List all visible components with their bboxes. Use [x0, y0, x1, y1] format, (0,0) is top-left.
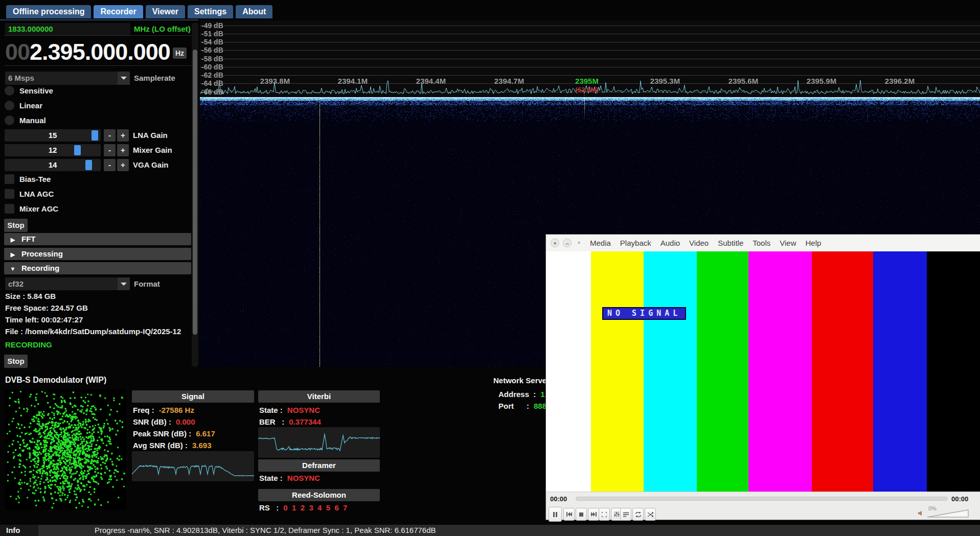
close-icon[interactable]: ×: [551, 239, 559, 247]
slider-handle[interactable]: [85, 160, 92, 170]
mixer-gain-plus-button[interactable]: +: [117, 144, 129, 156]
volume-slider[interactable]: [926, 509, 969, 518]
radio-icon[interactable]: [5, 101, 14, 110]
slider-value: 14: [49, 160, 57, 169]
vga-gain-slider[interactable]: 14: [5, 159, 101, 171]
signal-peak-snr-row: Peak SNR (dB) :6.617: [133, 429, 215, 438]
minimize-icon[interactable]: –: [563, 239, 572, 247]
menu-help[interactable]: Help: [801, 235, 826, 251]
menu-view[interactable]: View: [775, 235, 801, 251]
menu-subtitle[interactable]: Subtitle: [713, 235, 748, 251]
loop-button[interactable]: [632, 508, 644, 521]
frequency-display[interactable]: 002.395.000.000: [5, 39, 170, 63]
vga-gain-minus-button[interactable]: -: [104, 159, 116, 171]
gain-mode-linear[interactable]: Linear: [5, 101, 42, 112]
network-port-row: Port :8888: [498, 402, 551, 410]
slider-handle[interactable]: [92, 130, 98, 141]
chevron-down-icon[interactable]: [118, 72, 130, 85]
db-axis-label: -64 dB: [201, 79, 223, 87]
loop-icon: [635, 512, 641, 517]
menu-tools[interactable]: Tools: [748, 235, 775, 251]
db-axis-label: -60 dB: [201, 63, 223, 71]
freq-axis-label: 2395.6M: [720, 77, 766, 85]
checkbox-icon[interactable]: [5, 204, 14, 214]
radio-icon[interactable]: [5, 115, 14, 125]
recording-stop-button[interactable]: Stop: [4, 355, 28, 368]
display-group: [599, 508, 622, 521]
menu-video[interactable]: Video: [685, 235, 713, 251]
section-label: Processing: [21, 249, 63, 258]
lna-gain-slider[interactable]: 15: [5, 129, 101, 142]
previous-button[interactable]: [563, 508, 575, 521]
ber-history-chart: [258, 427, 380, 458]
section-label: Recording: [21, 264, 59, 272]
fullscreen-button[interactable]: [599, 508, 610, 521]
menu-audio[interactable]: Audio: [656, 235, 685, 251]
checkbox-icon[interactable]: [5, 174, 14, 184]
menu-media[interactable]: Media: [585, 235, 616, 251]
next-button[interactable]: [588, 508, 599, 521]
lo-offset-input[interactable]: 1833.000000: [5, 23, 130, 35]
slider-handle[interactable]: [74, 145, 81, 155]
lna-agc-checkbox[interactable]: LNA AGC: [5, 189, 54, 200]
lna-gain-plus-button[interactable]: +: [117, 129, 129, 142]
section-fft[interactable]: ▶FFT: [4, 233, 191, 245]
section-processing[interactable]: ▶Processing: [4, 248, 191, 260]
tab-recorder[interactable]: Recorder: [94, 5, 143, 18]
freq-axis-label: 2395.9M: [799, 77, 845, 85]
row-value: 1: [540, 390, 544, 399]
pause-button[interactable]: [549, 507, 562, 522]
bias-tee-checkbox[interactable]: Bias-Tee: [5, 174, 51, 185]
playlist-button[interactable]: [620, 508, 631, 521]
equalizer-icon: [614, 511, 620, 517]
record-format-select[interactable]: cf32: [5, 277, 130, 290]
chevron-down-icon[interactable]: [118, 277, 130, 290]
freq-axis-label: 2394.4M: [408, 77, 454, 85]
seek-bar[interactable]: [576, 497, 948, 501]
db-axis-label: -62 dB: [201, 71, 223, 79]
tab-offline-processing[interactable]: Offline processing: [6, 5, 91, 18]
vlc-video-area[interactable]: NO SIGNAL: [546, 251, 980, 492]
samplerate-label: Samplerate: [134, 72, 175, 85]
collapsed-arrow-icon: ▶: [4, 234, 21, 246]
lna-gain-minus-button[interactable]: -: [104, 129, 116, 142]
row-label: State :: [259, 406, 283, 414]
scrollbar-thumb[interactable]: [193, 50, 197, 335]
shuffle-button[interactable]: [645, 508, 656, 521]
tab-about[interactable]: About: [236, 5, 272, 18]
network-server-title: Network Server: [493, 376, 550, 385]
snr-history-chart: [132, 451, 254, 481]
frequency-unit-badge: Hz: [173, 48, 187, 59]
viterbi-panel-header: Viterbi: [258, 390, 380, 403]
row-label: SNR (dB) :: [133, 417, 171, 426]
mixer-agc-checkbox[interactable]: Mixer AGC: [5, 204, 58, 215]
gain-mode-label: Linear: [19, 101, 42, 110]
reed-solomon-panel-header: Reed-Solomon: [258, 489, 380, 501]
gain-mode-sensitive[interactable]: Sensitive: [5, 86, 53, 97]
section-recording[interactable]: ▼Recording: [4, 262, 191, 274]
signal-panel-header: Signal: [132, 390, 254, 403]
status-tab-info[interactable]: Info: [0, 525, 38, 536]
samplerate-select[interactable]: 6 Msps: [5, 72, 130, 85]
maximize-icon[interactable]: ▫: [575, 239, 583, 247]
gain-mode-manual[interactable]: Manual: [5, 115, 46, 127]
stop-button[interactable]: [576, 508, 587, 521]
freq-axis-label: 2394.7M: [486, 77, 532, 85]
fft-plot[interactable]: -49 dB -51 dB -54 dB -56 dB -58 dB -60 d…: [200, 20, 980, 97]
main-tab-bar: Offline processingRecorderViewerSettings…: [6, 5, 275, 18]
mixer-gain-minus-button[interactable]: -: [104, 144, 116, 156]
speaker-icon[interactable]: [918, 510, 923, 516]
viterbi-state-row: State :NOSYNC: [259, 406, 320, 414]
left-panel-scrollbar[interactable]: [192, 22, 198, 367]
radio-icon[interactable]: [5, 86, 14, 96]
menu-playback[interactable]: Playback: [616, 235, 656, 251]
vga-gain-plus-button[interactable]: +: [117, 159, 129, 171]
freq-axis-label: 2395.3M: [642, 77, 688, 85]
tab-viewer[interactable]: Viewer: [146, 5, 185, 18]
deframer-state-row: State :NOSYNC: [259, 474, 320, 482]
gain-mode-label: Manual: [19, 116, 46, 125]
source-stop-button[interactable]: Stop: [4, 219, 28, 232]
mixer-gain-slider[interactable]: 12: [5, 144, 101, 156]
checkbox-icon[interactable]: [5, 189, 14, 199]
tab-settings[interactable]: Settings: [188, 5, 233, 18]
